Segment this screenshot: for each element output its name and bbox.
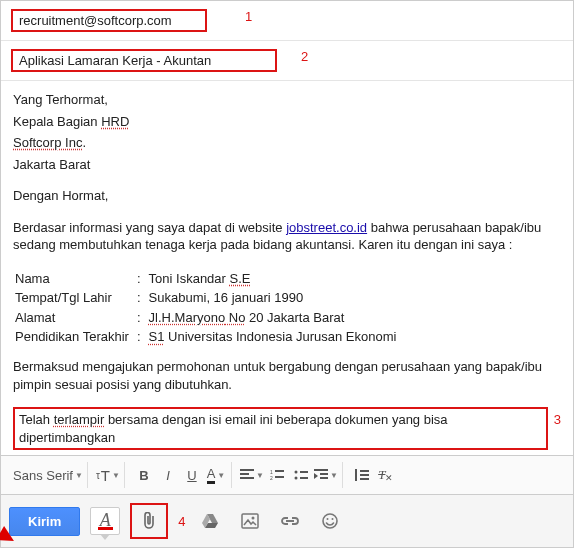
annotation-3: 3 bbox=[554, 411, 561, 429]
svg-point-2 bbox=[294, 471, 297, 474]
formatting-toolbar: Sans Serif▼ τT▼ B I U A▼ ▼ 12 ▼ bbox=[1, 455, 573, 494]
italic-label: I bbox=[166, 468, 170, 483]
info-val: Sukabumi, 16 januari 1990 bbox=[149, 289, 403, 307]
attach-file-button[interactable] bbox=[134, 507, 164, 535]
svg-point-3 bbox=[294, 477, 297, 480]
body-text: HRD bbox=[101, 114, 129, 129]
svg-rect-4 bbox=[242, 514, 258, 528]
annotation-1: 1 bbox=[245, 9, 252, 24]
body-text: Inc bbox=[61, 135, 82, 150]
svg-point-5 bbox=[252, 517, 255, 520]
svg-point-7 bbox=[327, 518, 329, 520]
body-text: Kepala Bagian bbox=[13, 114, 101, 129]
insert-drive-button[interactable] bbox=[195, 507, 225, 535]
paperclip-icon bbox=[141, 512, 157, 530]
underline-button[interactable]: U bbox=[181, 464, 203, 486]
quote-button[interactable] bbox=[351, 464, 373, 486]
svg-text:2: 2 bbox=[270, 475, 273, 481]
bold-label: B bbox=[139, 468, 148, 483]
body-text: Telah bbox=[19, 412, 54, 427]
body-text: Yang Terhormat, bbox=[13, 92, 108, 107]
text-color-label: A bbox=[207, 466, 216, 484]
info-key: Pendidikan Terakhir bbox=[15, 328, 135, 346]
annotation-2: 2 bbox=[301, 49, 308, 64]
insert-emoji-button[interactable] bbox=[315, 507, 345, 535]
link-icon bbox=[280, 515, 300, 527]
send-button[interactable]: Kirim bbox=[9, 507, 80, 536]
bottom-bar: Kirim A 4 bbox=[1, 494, 573, 547]
email-body[interactable]: Yang Terhormat, Kepala Bagian HRD Softco… bbox=[1, 81, 573, 455]
bold-button[interactable]: B bbox=[133, 464, 155, 486]
body-text: Softcorp bbox=[13, 135, 61, 150]
indent-icon bbox=[314, 469, 328, 481]
info-val: S.E bbox=[230, 271, 251, 286]
remove-formatting-button[interactable]: T✕ bbox=[375, 464, 397, 486]
to-field[interactable] bbox=[19, 13, 199, 28]
font-size-button[interactable]: τT▼ bbox=[96, 464, 120, 486]
photo-icon bbox=[241, 513, 259, 529]
align-button[interactable]: ▼ bbox=[240, 464, 264, 486]
body-text: Dengan Hormat, bbox=[13, 188, 108, 203]
insert-photo-button[interactable] bbox=[235, 507, 265, 535]
align-icon bbox=[240, 469, 254, 481]
quote-icon bbox=[355, 469, 369, 481]
numbered-list-icon: 12 bbox=[270, 469, 284, 481]
drive-icon bbox=[201, 513, 219, 529]
bullet-list-button[interactable] bbox=[290, 464, 312, 486]
body-text: Bermaksud mengajukan permohonan untuk be… bbox=[13, 359, 542, 392]
italic-button[interactable]: I bbox=[157, 464, 179, 486]
body-text: Berdasar informasi yang saya dapat di we… bbox=[13, 220, 286, 235]
body-link[interactable]: jobstreet.co.id bbox=[286, 220, 367, 235]
text-color-button[interactable]: A▼ bbox=[205, 464, 227, 486]
body-text: terlampir bbox=[54, 412, 105, 427]
info-val: S1 bbox=[149, 329, 165, 344]
svg-point-8 bbox=[332, 518, 334, 520]
numbered-list-button[interactable]: 12 bbox=[266, 464, 288, 486]
info-val: No bbox=[225, 310, 245, 325]
formatting-icon: A bbox=[98, 513, 113, 530]
applicant-info-table: Nama : Toni Iskandar S.E Tempat/Tgl Lahi… bbox=[13, 268, 404, 348]
info-val: Jl.H.Maryono bbox=[149, 310, 226, 325]
svg-point-6 bbox=[323, 514, 337, 528]
body-text: . bbox=[82, 135, 86, 150]
subject-field[interactable] bbox=[19, 53, 269, 68]
underline-label: U bbox=[187, 468, 196, 483]
font-size-label: T bbox=[101, 467, 110, 484]
insert-link-button[interactable] bbox=[275, 507, 305, 535]
attachment-sentence-box: Telah terlampir bersama dengan isi email… bbox=[13, 407, 548, 450]
info-val: Toni Iskandar bbox=[149, 271, 230, 286]
bullet-list-icon bbox=[294, 469, 308, 481]
info-key: Nama bbox=[15, 270, 135, 288]
emoji-icon bbox=[321, 512, 339, 530]
info-val: Universitas Indonesia Jurusan Ekonomi bbox=[164, 329, 396, 344]
body-text: Jakarta Barat bbox=[13, 157, 90, 172]
annotation-4: 4 bbox=[178, 514, 185, 529]
info-key: Tempat/Tgl Lahir bbox=[15, 289, 135, 307]
info-key: Alamat bbox=[15, 309, 135, 327]
formatting-toggle-button[interactable]: A bbox=[90, 507, 120, 535]
indent-button[interactable]: ▼ bbox=[314, 464, 338, 486]
font-family-button[interactable]: Sans Serif▼ bbox=[13, 464, 83, 486]
info-val: 20 Jakarta Barat bbox=[245, 310, 344, 325]
font-family-label: Sans Serif bbox=[13, 468, 73, 483]
